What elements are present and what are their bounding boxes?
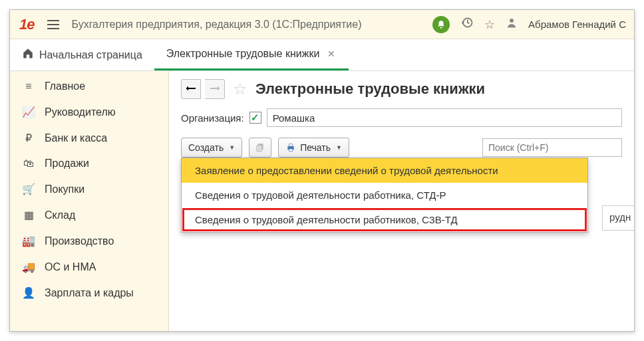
- app-title: Бухгалтерия предприятия, редакция 3.0 (1…: [67, 19, 432, 31]
- table-column-fragment: рудн: [602, 205, 634, 231]
- chevron-down-icon: ▼: [336, 144, 342, 151]
- print-button[interactable]: Печать ▼: [278, 138, 349, 158]
- list-icon: ≡: [22, 80, 35, 92]
- organization-checkbox[interactable]: ✓: [249, 112, 261, 124]
- person-icon: 👤: [22, 286, 35, 299]
- chart-icon: 📈: [22, 106, 35, 118]
- svg-rect-6: [289, 149, 292, 151]
- app-logo: 1e: [14, 16, 39, 33]
- svg-rect-3: [257, 146, 262, 152]
- organization-input[interactable]: [267, 108, 622, 127]
- tab-strip: Начальная страница Электронные трудовые …: [10, 39, 634, 71]
- sidebar-item-warehouse[interactable]: ▦ Склад: [10, 202, 168, 228]
- content-area: 🠔 🠖 ☆ Электронные трудовые книжки Органи…: [169, 71, 634, 331]
- sidebar-item-label: Продажи: [45, 158, 89, 170]
- grid-icon: ▦: [22, 209, 35, 221]
- main-menu-button[interactable]: [45, 16, 62, 33]
- user-icon[interactable]: [506, 17, 518, 32]
- menu-item-statement[interactable]: Заявление о предоставлении сведений о тр…: [182, 158, 587, 183]
- sidebar-item-label: ОС и НМА: [45, 261, 96, 273]
- ruble-icon: ₽: [22, 132, 35, 144]
- notifications-button[interactable]: [432, 16, 450, 33]
- sidebar-item-production[interactable]: 🏭 Производство: [10, 228, 168, 254]
- svg-rect-5: [289, 144, 292, 146]
- create-dropdown-menu: Заявление о предоставлении сведений о тр…: [181, 158, 588, 233]
- toolbar: Создать ▼ Печать ▼ Заявление о предостав…: [181, 138, 622, 158]
- bag-icon: 🛍: [22, 158, 35, 170]
- page-header: 🠔 🠖 ☆ Электронные трудовые книжки: [181, 79, 622, 99]
- user-name[interactable]: Абрамов Геннадий С: [528, 19, 626, 30]
- tab-close-icon[interactable]: ✕: [326, 47, 337, 60]
- menu-item-std-r[interactable]: Сведения о трудовой деятельности работни…: [182, 183, 587, 207]
- top-bar: 1e Бухгалтерия предприятия, редакция 3.0…: [10, 10, 634, 39]
- favorite-star-icon[interactable]: ☆: [484, 17, 495, 32]
- create-button-label: Создать: [188, 142, 224, 153]
- page-title: Электронные трудовые книжки: [255, 80, 485, 98]
- sidebar-item-assets[interactable]: 🚚 ОС и НМА: [10, 254, 168, 280]
- nav-back-button[interactable]: 🠔: [181, 79, 201, 99]
- sidebar-item-main[interactable]: ≡ Главное: [10, 74, 168, 99]
- copy-button[interactable]: [249, 138, 271, 158]
- filter-row: Организация: ✓: [181, 108, 622, 127]
- tab-label: Электронные трудовые книжки: [166, 48, 320, 60]
- sidebar-item-label: Зарплата и кадры: [45, 287, 134, 299]
- organization-label: Организация:: [181, 112, 244, 124]
- sidebar-item-label: Покупки: [45, 183, 84, 195]
- sidebar-item-label: Главное: [45, 80, 85, 92]
- svg-point-1: [510, 19, 514, 23]
- cart-icon: 🛒: [22, 183, 35, 195]
- tab-home-label: Начальная страница: [39, 49, 142, 61]
- menu-item-szv-td[interactable]: Сведения о трудовой деятельности работни…: [182, 207, 587, 232]
- sidebar-item-label: Производство: [45, 235, 114, 247]
- home-icon: [22, 47, 34, 62]
- sidebar-item-label: Руководителю: [45, 106, 116, 118]
- factory-icon: 🏭: [22, 235, 35, 247]
- sidebar-item-label: Склад: [45, 209, 75, 221]
- print-button-label: Печать: [300, 142, 331, 153]
- history-icon[interactable]: [460, 16, 474, 33]
- sidebar-item-bank[interactable]: ₽ Банк и касса: [10, 125, 168, 151]
- sidebar-item-sales[interactable]: 🛍 Продажи: [10, 151, 168, 176]
- sidebar-item-hr[interactable]: 👤 Зарплата и кадры: [10, 280, 168, 306]
- tab-home[interactable]: Начальная страница: [10, 39, 154, 70]
- search-input[interactable]: [482, 138, 622, 157]
- sidebar-item-label: Банк и касса: [45, 132, 107, 144]
- sidebar-item-purchases[interactable]: 🛒 Покупки: [10, 176, 168, 202]
- truck-icon: 🚚: [22, 261, 35, 273]
- sidebar-item-manager[interactable]: 📈 Руководителю: [10, 99, 168, 125]
- sidebar: ≡ Главное 📈 Руководителю ₽ Банк и касса …: [10, 71, 169, 331]
- nav-forward-button[interactable]: 🠖: [205, 79, 225, 99]
- chevron-down-icon: ▼: [229, 144, 235, 151]
- create-button[interactable]: Создать ▼: [181, 138, 242, 158]
- favorite-star-icon[interactable]: ☆: [233, 80, 247, 98]
- tab-electronic-workbooks[interactable]: Электронные трудовые книжки ✕: [154, 39, 349, 70]
